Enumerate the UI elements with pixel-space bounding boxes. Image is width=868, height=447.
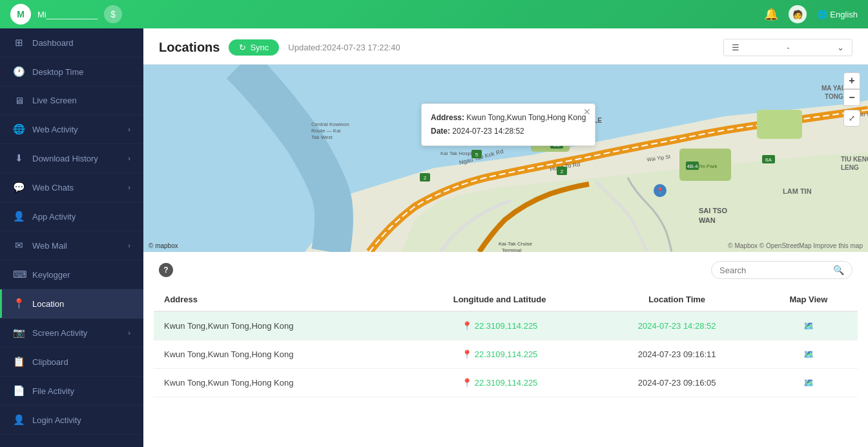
search-input[interactable] <box>719 265 829 275</box>
chevron-right-icon: › <box>128 154 130 162</box>
avatar: M <box>10 4 31 25</box>
svg-text:MA YAU: MA YAU <box>822 85 846 92</box>
dashboard-icon: ⊞ <box>13 37 25 48</box>
map-controls: + − ⤢ <box>843 72 860 127</box>
page-title: Locations <box>159 40 220 55</box>
fullscreen-button[interactable]: ⤢ <box>843 110 860 127</box>
sidebar-item-label: Live Screen <box>32 96 130 105</box>
page-header: Locations ↻ Sync Updated:2024-07-23 17:2… <box>143 28 868 65</box>
table-row: Kwun Tong,Kwun Tong,Hong Kong📍22.3109,11… <box>154 369 858 397</box>
mail-icon: ✉ <box>13 240 25 251</box>
chat-icon: 💬 <box>13 182 25 193</box>
sidebar-item-label: Web Activity <box>32 125 120 134</box>
search-icon: 🔍 <box>833 265 844 275</box>
pin-icon: 📍 <box>462 349 472 359</box>
sidebar-item-keylogger[interactable]: ⌨ Keylogger <box>0 260 143 289</box>
coin-icon[interactable]: $ <box>104 5 122 23</box>
language-label: English <box>830 10 858 19</box>
svg-text:Central Kowloon: Central Kowloon <box>311 121 349 127</box>
clock-icon: 🕐 <box>13 66 25 78</box>
svg-text:LAM TIN: LAM TIN <box>783 187 812 195</box>
cell-coords: 📍22.3109,114.225 <box>405 311 595 340</box>
cell-address: Kwun Tong,Kwun Tong,Hong Kong <box>154 340 405 369</box>
col-mapview: Map View <box>760 288 858 311</box>
sidebar-item-download-history[interactable]: ⬇ Download History › <box>0 144 143 173</box>
username: Mi___________ <box>37 10 98 19</box>
table-row: Kwun Tong,Kwun Tong,Hong Kong📍22.3109,11… <box>154 340 858 369</box>
svg-text:TONG: TONG <box>825 93 843 100</box>
cell-time: 2024-07-23 14:28:52 <box>594 311 759 340</box>
content-area: Locations ↻ Sync Updated:2024-07-23 17:2… <box>143 28 868 447</box>
address-value: Kwun Tong,Kwun Tong,Hong Kong <box>466 113 586 122</box>
coord-link[interactable]: 📍22.3109,114.225 <box>415 349 584 359</box>
svg-text:Tak West: Tak West <box>311 134 333 140</box>
cell-coords: 📍22.3109,114.225 <box>405 369 595 397</box>
cell-time: 2024-07-23 09:16:11 <box>594 340 759 369</box>
cell-map-view: 🗺️ <box>760 340 858 369</box>
svg-text:Kai-Tak Cruise: Kai-Tak Cruise <box>499 241 533 247</box>
bell-icon[interactable]: 🔔 <box>764 7 778 21</box>
sidebar-item-file-activity[interactable]: 📄 File Activity <box>0 377 143 406</box>
header-right: ☰ - ⌄ <box>723 39 852 56</box>
map-view-button[interactable]: 🗺️ <box>803 378 814 388</box>
sidebar-item-web-mail[interactable]: ✉ Web Mail › <box>0 231 143 260</box>
coord-link[interactable]: 📍22.3109,114.225 <box>415 378 584 388</box>
svg-text:5: 5 <box>475 152 479 158</box>
popup-address: Address: Kwun Tong,Kwun Tong,Hong Kong <box>431 112 586 124</box>
svg-text:LENG: LENG <box>841 164 859 171</box>
help-button[interactable]: ? <box>159 263 173 277</box>
user-avatar[interactable]: 🧑 <box>789 5 807 23</box>
svg-text:TIU KENG: TIU KENG <box>841 156 868 163</box>
app-icon: 👤 <box>13 211 25 222</box>
col-coords: Longitude and Latitude <box>405 288 595 311</box>
keyboard-icon: ⌨ <box>13 269 25 280</box>
sync-label: Sync <box>250 43 269 52</box>
download-icon: ⬇ <box>13 152 25 164</box>
sidebar-item-label: Location <box>32 299 130 309</box>
sync-button[interactable]: ↻ Sync <box>229 39 279 56</box>
map-view-button[interactable]: 🗺️ <box>803 349 814 359</box>
table-section: ? 🔍 Address Longitude and Latitude Locat… <box>143 252 868 447</box>
device-dropdown[interactable]: ☰ - ⌄ <box>723 39 852 56</box>
date-label: Date: <box>431 127 450 136</box>
chevron-right-icon: › <box>128 242 130 249</box>
sidebar-item-location[interactable]: 📍 Location <box>0 289 143 318</box>
sidebar-item-label: Desktop Time <box>32 67 130 77</box>
coord-link[interactable]: 📍22.3109,114.225 <box>415 321 584 331</box>
sidebar-item-label: Screen Activity <box>32 328 120 338</box>
date-value: 2024-07-23 14:28:52 <box>452 127 524 136</box>
sidebar-item-desktop-time[interactable]: 🕐 Desktop Time <box>0 57 143 87</box>
pin-icon: 📍 <box>462 321 472 331</box>
clipboard-icon: 📋 <box>13 356 25 368</box>
language-selector[interactable]: 🌐 English <box>817 10 858 19</box>
map-attribution: © Mapbox © OpenStreetMap Improve this ma… <box>728 242 863 249</box>
coord-value: 22.3109,114.225 <box>475 378 538 388</box>
sidebar-item-dashboard[interactable]: ⊞ Dashboard <box>0 28 143 57</box>
map-view-button[interactable]: 🗺️ <box>803 321 814 331</box>
login-icon: 👤 <box>13 414 25 426</box>
sidebar-item-login-activity[interactable]: 👤 Login Activity <box>0 406 143 435</box>
cell-address: Kwun Tong,Kwun Tong,Hong Kong <box>154 311 405 340</box>
globe-icon: 🌐 <box>13 123 25 135</box>
svg-text:SAI TSO: SAI TSO <box>699 207 727 214</box>
map-svg: Lam Tin Park Ngau Tau Kok Rd Hung To Rd … <box>143 65 868 252</box>
table-header-row: Address Longitude and Latitude Location … <box>154 288 858 311</box>
sidebar-item-screen-activity[interactable]: 📷 Screen Activity › <box>0 318 143 348</box>
cell-map-view: 🗺️ <box>760 311 858 340</box>
zoom-out-button[interactable]: − <box>843 89 860 106</box>
popup-close-button[interactable]: ✕ <box>583 107 591 117</box>
sidebar-item-web-chats[interactable]: 💬 Web Chats › <box>0 173 143 202</box>
sidebar-item-web-activity[interactable]: 🌐 Web Activity › <box>0 115 143 144</box>
table-row: Kwun Tong,Kwun Tong,Hong Kong📍22.3109,11… <box>154 311 858 340</box>
logo-text: © mapbox <box>149 242 178 249</box>
sidebar-item-clipboard[interactable]: 📋 Clipboard <box>0 348 143 377</box>
sidebar-item-app-activity[interactable]: 👤 App Activity <box>0 202 143 231</box>
globe-icon: 🌐 <box>817 10 827 19</box>
topbar: M Mi___________ $ 🔔 🧑 🌐 English <box>0 0 868 28</box>
sidebar-item-live-screen[interactable]: 🖥 Live Screen <box>0 87 143 115</box>
updated-timestamp: Updated:2024-07-23 17:22:40 <box>288 43 400 52</box>
file-icon: 📄 <box>13 385 25 397</box>
sidebar-item-label: Web Chats <box>32 183 120 192</box>
zoom-in-button[interactable]: + <box>843 72 860 89</box>
map-container[interactable]: Lam Tin Park Ngau Tau Kok Rd Hung To Rd … <box>143 65 868 252</box>
